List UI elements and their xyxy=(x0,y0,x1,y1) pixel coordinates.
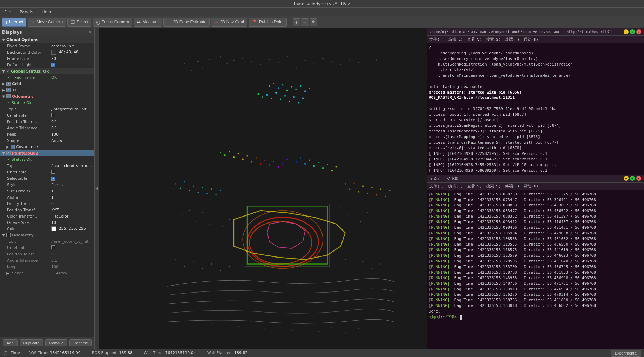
pc2-queue[interactable]: Queue Size 10 xyxy=(0,219,94,226)
odometry2-shape[interactable]: ▶ Shape Arrow xyxy=(0,270,94,276)
tf-item[interactable]: ▶ TF xyxy=(0,87,94,93)
odometry2-ang-tol[interactable]: Angle Tolerance 0.1 xyxy=(0,257,94,263)
pointcloud2-checkbox[interactable] xyxy=(6,151,11,155)
odometry2-unreliable[interactable]: Unreliable xyxy=(0,245,94,251)
default-light-checkbox[interactable] xyxy=(51,63,55,67)
svg-point-45 xyxy=(289,101,290,102)
viewport[interactable] xyxy=(99,28,427,349)
collapse-handle[interactable]: ◀ xyxy=(95,28,99,349)
zoom-in-button[interactable]: + xyxy=(293,18,300,26)
terminal1-maximize[interactable]: + xyxy=(630,29,635,34)
odometry1-checkbox[interactable] xyxy=(6,94,11,98)
odometry1-unreliable[interactable]: Unreliable xyxy=(0,112,94,118)
displays-tree[interactable]: ▼ Global Options Fixed Frame camera_init… xyxy=(0,36,94,337)
svg-point-47 xyxy=(298,102,299,104)
terminal2-title: nj@nj: ~/下载 − + ✕ xyxy=(427,175,644,183)
menu-file[interactable]: File xyxy=(3,9,13,15)
odometry2-unreliable-cb[interactable] xyxy=(51,245,55,249)
odometry1-pos-tol[interactable]: Position Tolera... 0.1 xyxy=(0,118,94,125)
tf-checkbox[interactable] xyxy=(6,88,11,92)
odometry1-unreliable-cb[interactable] xyxy=(51,113,55,117)
odometry2-item[interactable]: ▼ Odometry xyxy=(0,232,94,238)
zoom-out-button[interactable]: − xyxy=(301,18,309,26)
pc2-unreliable[interactable]: Unreliable xyxy=(0,169,94,175)
2d-nav-button[interactable]: ⇒ 2D Nav Goal xyxy=(211,18,247,27)
add-button[interactable]: Add xyxy=(3,339,18,346)
publish-point-icon: 📍 xyxy=(252,19,258,25)
pc2-selectable-cb[interactable] xyxy=(51,177,55,181)
odometry1-item[interactable]: ▼ Odometry xyxy=(0,93,94,99)
terminal2-line: [RUNNING] Bag Time: 1421336153.073447 Du… xyxy=(429,197,642,203)
pc2-size[interactable]: Size (Pixels) 1 xyxy=(0,188,94,194)
svg-point-100 xyxy=(211,263,212,265)
svg-point-97 xyxy=(184,266,185,267)
global-options-header[interactable]: ▼ Global Options xyxy=(0,36,94,43)
terminal2-line: [RUNNING] Bag Time: 1421336153.128595 Du… xyxy=(429,259,642,264)
odometry1-ang-tol[interactable]: Angle Tolerance 0.1 xyxy=(0,125,94,131)
displays-close-button[interactable]: ✕ xyxy=(88,29,92,35)
focus-camera-button[interactable]: ◎ Focus Camera xyxy=(93,18,133,27)
publish-point-button[interactable]: 📍 Publish Point xyxy=(249,18,287,27)
pc2-selectable[interactable]: Selectable xyxy=(0,175,94,181)
pc2-decay[interactable]: Decay Time 0 xyxy=(0,200,94,207)
svg-point-15 xyxy=(269,59,270,60)
odometry1-shape[interactable]: Shape Arrow xyxy=(0,137,94,144)
terminal1-close[interactable]: ✕ xyxy=(636,29,641,34)
pc2-pos-transform[interactable]: Position Transf... XYZ xyxy=(0,207,94,213)
menu-help[interactable]: Help xyxy=(40,9,53,15)
settings-button[interactable]: ⚙ xyxy=(310,18,317,26)
covariance-checkbox[interactable] xyxy=(11,145,15,149)
remove-button[interactable]: Remove xyxy=(45,339,67,346)
select-button[interactable]: ☐ Select xyxy=(67,18,91,27)
svg-point-126 xyxy=(376,194,377,196)
pc2-alpha[interactable]: Alpha 1 xyxy=(0,194,94,200)
default-light-row[interactable]: Default Light xyxy=(0,62,94,68)
measure-button[interactable]: ⬌ Measure xyxy=(134,18,162,27)
svg-point-33 xyxy=(291,86,292,88)
interact-button[interactable]: ↕ Interact xyxy=(2,18,26,27)
odometry2-pos-tol[interactable]: Position Tolera... 0.1 xyxy=(0,251,94,257)
svg-point-64 xyxy=(286,158,288,160)
svg-point-89 xyxy=(229,219,230,220)
odometry2-topic[interactable]: Topic /laser_odom_to_init xyxy=(0,238,94,245)
pc2-unreliable-cb[interactable] xyxy=(51,170,55,174)
frame-rate-row[interactable]: Frame Rate 30 xyxy=(0,55,94,62)
odometry2-keep[interactable]: Keep 100 xyxy=(0,263,94,270)
terminal2-close[interactable]: ✕ xyxy=(636,176,641,181)
global-status-header[interactable]: ▼ ✓ Global Status: Ok xyxy=(0,68,94,74)
pc2-color-transform[interactable]: Color Transfor... FlatColor xyxy=(0,213,94,219)
terminal1-minimize[interactable]: − xyxy=(624,29,629,34)
rename-button[interactable]: Rename xyxy=(69,339,92,346)
odometry1-topic[interactable]: Topic /integrated_to_init xyxy=(0,106,94,112)
svg-point-112 xyxy=(193,185,195,187)
terminal2-minimize[interactable]: − xyxy=(624,176,629,181)
2d-pose-button[interactable]: → 2D Pose Estimate xyxy=(163,18,210,27)
global-status-fixed-frame[interactable]: ✓ Fixed Frame OK xyxy=(0,74,94,81)
select-icon: ☐ xyxy=(70,19,75,25)
move-camera-button[interactable]: ✥ Move Camera xyxy=(28,18,66,27)
pc2-color[interactable]: Color 255; 255; 255 xyxy=(0,226,94,232)
terminal2-maximize[interactable]: + xyxy=(630,176,635,181)
svg-rect-0 xyxy=(131,28,394,349)
pc2-style[interactable]: Style Points xyxy=(0,181,94,188)
odometry1-covariance[interactable]: ▶ Covariance xyxy=(0,144,94,150)
grid-checkbox[interactable] xyxy=(6,82,11,86)
svg-point-142 xyxy=(358,328,359,329)
experimental-button[interactable]: Experimental xyxy=(611,350,641,357)
bg-color-row[interactable]: Background Color 48; 48; 48 xyxy=(0,49,94,55)
pointcloud2-item[interactable]: ▼ PointCloud2 xyxy=(0,150,94,156)
odometry2-checkbox[interactable] xyxy=(6,233,11,237)
svg-point-27 xyxy=(376,60,377,61)
terminal2-controls: − + ✕ xyxy=(624,176,641,181)
odometry1-keep[interactable]: Keep 100 xyxy=(0,131,94,137)
fixed-frame-row[interactable]: Fixed Frame camera_init xyxy=(0,43,94,49)
svg-point-26 xyxy=(367,66,368,67)
pc2-topic[interactable]: Topic /laser_cloud_surrou... xyxy=(0,163,94,169)
menu-panels[interactable]: Panels xyxy=(18,9,35,15)
duplicate-button[interactable]: Duplicate xyxy=(20,339,43,346)
svg-point-99 xyxy=(202,268,203,269)
terminal2-line: [RUNNING] Bag Time: 1421336153.163818 Du… xyxy=(429,303,642,309)
grid-item[interactable]: ▶ Grid xyxy=(0,81,94,87)
svg-point-46 xyxy=(293,96,295,98)
measure-icon: ⬌ xyxy=(137,19,141,25)
